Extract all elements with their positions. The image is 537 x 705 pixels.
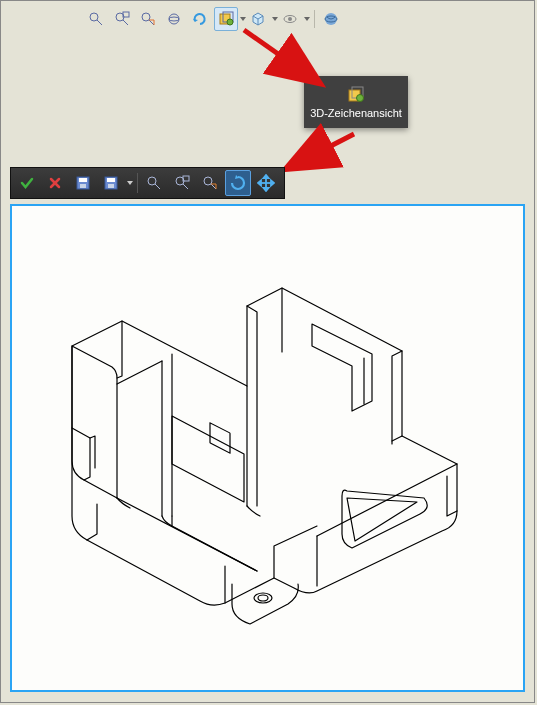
hide-show-icon[interactable] xyxy=(278,7,302,31)
view-style-icon[interactable] xyxy=(246,7,270,31)
zoom-area-icon[interactable] xyxy=(136,7,160,31)
accept-icon[interactable] xyxy=(14,170,40,196)
3d-view-tooltip: 3D-Zeichenansicht xyxy=(304,76,408,128)
open-icon[interactable] xyxy=(98,170,124,196)
svg-line-6 xyxy=(149,20,154,25)
part-drawing xyxy=(12,206,523,690)
svg-point-13 xyxy=(288,17,292,21)
pan-icon[interactable] xyxy=(253,170,279,196)
redo-view-icon[interactable] xyxy=(188,7,212,31)
svg-point-18 xyxy=(357,94,364,101)
svg-rect-28 xyxy=(108,184,114,188)
svg-point-29 xyxy=(148,177,156,185)
cancel-icon[interactable] xyxy=(42,170,68,196)
svg-line-3 xyxy=(123,20,128,25)
drawing-viewport[interactable] xyxy=(10,204,525,692)
svg-line-32 xyxy=(183,184,188,189)
svg-line-35 xyxy=(211,184,216,189)
toolbar-separator xyxy=(314,10,315,28)
zoom-area-edit-icon[interactable] xyxy=(169,170,195,196)
svg-point-34 xyxy=(204,177,212,185)
svg-rect-24 xyxy=(79,178,87,182)
zoom-fit-edit-icon[interactable] xyxy=(141,170,167,196)
open-dropdown[interactable] xyxy=(126,171,134,195)
hide-show-dropdown[interactable] xyxy=(304,8,310,30)
apply-scene-icon[interactable] xyxy=(319,7,343,31)
view-toolbar xyxy=(84,6,345,32)
svg-line-30 xyxy=(155,184,160,189)
toolbar-separator xyxy=(137,173,138,193)
svg-point-5 xyxy=(142,13,150,21)
zoom-fit-icon[interactable] xyxy=(84,7,108,31)
zoom-window-icon[interactable] xyxy=(110,7,134,31)
section-3d-icon xyxy=(347,86,365,104)
svg-rect-27 xyxy=(107,178,115,182)
svg-point-11 xyxy=(227,19,233,25)
edit-toolbar xyxy=(10,167,285,199)
svg-line-1 xyxy=(97,20,102,25)
svg-point-0 xyxy=(90,13,98,21)
save-icon[interactable] xyxy=(70,170,96,196)
svg-rect-25 xyxy=(80,184,86,188)
tooltip-label: 3D-Zeichenansicht xyxy=(310,107,402,119)
zoom-to-icon[interactable] xyxy=(197,170,223,196)
section-icon[interactable] xyxy=(214,7,238,31)
rotate-icon[interactable] xyxy=(225,170,251,196)
svg-point-7 xyxy=(169,14,179,24)
orbit-icon[interactable] xyxy=(162,7,186,31)
svg-point-8 xyxy=(169,17,179,21)
svg-point-40 xyxy=(258,595,268,601)
